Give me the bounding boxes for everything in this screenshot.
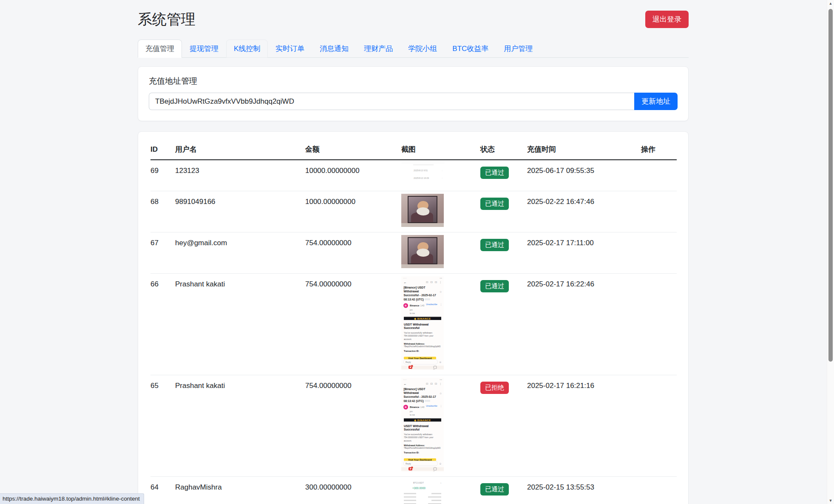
row-time: 2025-02-17 16:21:16: [527, 375, 641, 477]
star-icon: ☆: [440, 290, 442, 294]
tab-users[interactable]: 用户管理: [496, 40, 540, 58]
row-id: 67: [150, 232, 175, 274]
page-header: 系统管理 退出登录: [138, 11, 689, 28]
tab-recharge[interactable]: 充值管理: [138, 40, 182, 58]
file-date: 2025/6/13 9:51: [414, 170, 428, 172]
back-arrow-icon: ←: [403, 382, 407, 386]
tab-btc-rate[interactable]: BTC收益率: [445, 40, 496, 58]
address-input-group: 更新地址: [149, 93, 678, 110]
tab-finance[interactable]: 理财产品: [356, 40, 400, 58]
more-icon: ⋮: [440, 405, 442, 407]
row-id: 66: [150, 274, 175, 375]
logout-button[interactable]: 退出登录: [645, 11, 689, 28]
screenshot-thumbnail[interactable]: [401, 194, 444, 227]
row-username: Prashant kakati: [175, 274, 305, 375]
star-icon: ☆: [440, 391, 442, 395]
nav-back-icon: ◁: [410, 369, 412, 370]
screenshot-thumbnail[interactable]: ◦ ◦ ◦▪ ▪ ← ☐☐☐⋮ [Binance] USDT Withdrawa…: [401, 276, 444, 370]
header-time: 充值时间: [527, 140, 641, 160]
delete-icon: ☐: [431, 281, 433, 284]
tab-withdraw[interactable]: 提现管理: [182, 40, 226, 58]
header-id: ID: [150, 140, 175, 160]
row-amount: 754.00000000: [305, 274, 401, 375]
mail-icon: ☐: [435, 281, 437, 284]
address-card-title: 充值地址管理: [149, 76, 678, 87]
binance-banner: ◆ BINANCE: [404, 317, 441, 320]
row-id: 64: [150, 477, 175, 504]
row-time: 2025-02-15 13:55:53: [527, 477, 641, 504]
status-badge: 已通过: [480, 239, 509, 251]
row-actions: [641, 160, 677, 191]
table-header-row: ID 用户名 金额 截图 状态 充值时间 操作: [150, 140, 677, 160]
trade-pair: BTC/USDT: [413, 481, 424, 484]
header-status: 状态: [480, 140, 527, 160]
status-badge: 已拒绝: [480, 382, 509, 394]
header-actions: 操作: [641, 140, 677, 160]
row-actions: [641, 232, 677, 274]
recharge-records-card: ID 用户名 金额 截图 状态 充值时间 操作 69 123123 10000.…: [138, 131, 689, 504]
status-badge: 已通过: [480, 198, 509, 210]
row-time: 2025-06-17 09:55:35: [527, 160, 641, 191]
row-time: 2025-02-17 16:22:46: [527, 274, 641, 375]
header-amount: 金额: [305, 140, 401, 160]
row-id: 68: [150, 191, 175, 232]
tab-academy[interactable]: 学院小组: [400, 40, 445, 58]
row-actions: [641, 191, 677, 232]
tab-bar: 充值管理 提现管理 K线控制 实时订单 消息通知 理财产品 学院小组 BTC收益…: [138, 40, 689, 58]
text-lines-skeleton: [401, 493, 444, 504]
status-badge: 已通过: [480, 483, 509, 496]
vertical-scrollbar[interactable]: ▲ ▼: [827, 0, 834, 504]
mail-icon: ☐: [435, 382, 437, 385]
row-username: RaghavMishra: [175, 477, 305, 504]
status-badge: 已通过: [480, 167, 509, 179]
update-address-button[interactable]: 更新地址: [634, 93, 678, 110]
table-row: 65 Prashant kakati 754.00000000 ◦ ◦ ◦▪ ▪…: [150, 375, 677, 477]
sender-avatar: B: [403, 405, 408, 409]
emoji-icon: ☺: [439, 360, 442, 363]
admin-page: 系统管理 退出登录 充值管理 提现管理 K线控制 实时订单 消息通知 理财产品 …: [138, 0, 689, 504]
row-time: 2025-02-17 17:11:00: [527, 232, 641, 274]
tab-notifications[interactable]: 消息通知: [312, 40, 356, 58]
more-icon: ⋮: [440, 281, 442, 284]
tab-live-orders[interactable]: 实时订单: [268, 40, 312, 58]
nav-home-icon: ○: [422, 369, 423, 370]
row-username: 123123: [175, 160, 305, 191]
nav-home-icon: ○: [422, 470, 423, 471]
nav-recents-icon: ▢: [433, 369, 435, 370]
row-amount: 10000.00000000: [305, 160, 401, 191]
status-badge: 已通过: [480, 280, 509, 292]
scroll-up-icon[interactable]: ▲: [827, 1, 834, 6]
nav-back-icon: ◁: [410, 470, 412, 471]
screenshot-thumbnail[interactable]: BTC/USDT› +300.0000: [401, 479, 444, 504]
row-username: Prashant kakati: [175, 375, 305, 477]
chat-icon: [408, 366, 412, 369]
row-time: 2025-02-22 16:47:46: [527, 191, 641, 232]
table-row: 66 Prashant kakati 754.00000000 ◦ ◦ ◦▪ ▪…: [150, 274, 677, 375]
table-row: 64 RaghavMishra 300.00000000 BTC/USDT› +…: [150, 477, 677, 504]
row-id: 69: [150, 160, 175, 191]
table-row: 68 9891049166 1000.00000000: [150, 191, 677, 232]
scroll-down-icon[interactable]: ▼: [827, 498, 834, 503]
text-line-skeleton: [413, 164, 434, 166]
header-username: 用户名: [175, 140, 305, 160]
scrollbar-thumb[interactable]: [828, 9, 833, 362]
row-amount: 754.00000000: [305, 232, 401, 274]
more-icon: ⋮: [440, 303, 442, 306]
back-arrow-icon: ←: [403, 280, 407, 284]
row-actions: [641, 477, 677, 504]
row-actions: [641, 274, 677, 375]
recharge-table: ID 用户名 金额 截图 状态 充值时间 操作 69 123123 10000.…: [150, 140, 677, 504]
binance-banner: ◆ BINANCE: [404, 418, 441, 422]
screenshot-thumbnail[interactable]: 2025/6/13 9:51: 2025/6/13 16:09:: [401, 163, 445, 186]
compose-icon: [434, 366, 437, 369]
delete-icon: ☐: [431, 382, 433, 385]
screenshot-thumbnail[interactable]: ◦ ◦ ◦▪ ▪ ← ☐☐☐⋮ [Binance] USDT Withdrawa…: [401, 378, 444, 471]
recharge-address-card: 充值地址管理 更新地址: [138, 66, 689, 121]
row-amount: 1000.00000000: [305, 191, 401, 232]
row-amount: 754.00000000: [305, 375, 401, 477]
screenshot-thumbnail[interactable]: [401, 235, 444, 268]
compose-icon: [434, 467, 437, 470]
trade-amount: +300.0000: [412, 487, 444, 490]
address-input[interactable]: [149, 93, 634, 110]
tab-kline[interactable]: K线控制: [226, 40, 268, 58]
